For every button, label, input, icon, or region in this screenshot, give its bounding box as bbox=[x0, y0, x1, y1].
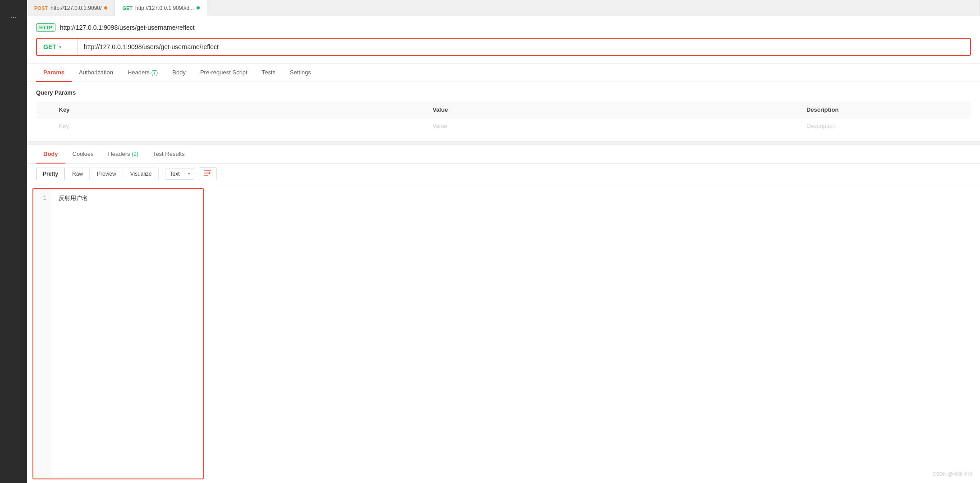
resp-tab-body[interactable]: Body bbox=[36, 145, 65, 164]
response-tabs: Body Cookies Headers (2) Test Results bbox=[27, 145, 980, 164]
response-body-inner: 1 反射用户名 bbox=[27, 184, 980, 483]
response-body-content[interactable]: 反射用户名 bbox=[51, 189, 95, 478]
response-body: 1 反射用户名 bbox=[27, 184, 980, 483]
tab-method-get: GET bbox=[122, 5, 133, 11]
format-pretty-button[interactable]: Pretty bbox=[36, 168, 65, 180]
col-key: Key bbox=[53, 102, 426, 118]
response-area: Body Cookies Headers (2) Test Results Pr… bbox=[27, 145, 980, 483]
sidebar: ··· bbox=[0, 0, 27, 483]
tab-dot-get bbox=[197, 6, 200, 9]
query-params-section: Query Params Key Value Description Key V… bbox=[27, 82, 980, 141]
tab-get[interactable]: GET http://127.0.0.1:9098/d... bbox=[115, 0, 207, 16]
tab-post[interactable]: POST http://127.0.0.1:9090/ bbox=[27, 0, 115, 16]
format-visualize-button[interactable]: Visualize bbox=[124, 168, 159, 180]
format-preview-button[interactable]: Preview bbox=[91, 168, 123, 180]
tab-url-post: http://127.0.0.1:9090/ bbox=[50, 5, 101, 11]
col-checkbox bbox=[37, 102, 53, 118]
response-toolbar: Pretty Raw Preview Visualize Text ▾ bbox=[27, 164, 980, 184]
app-container: ··· POST http://127.0.0.1:9090/ GET http… bbox=[0, 0, 980, 483]
section-divider bbox=[27, 141, 980, 145]
row-value-cell[interactable]: Value bbox=[426, 118, 800, 134]
footer-watermark: CSDN @增量星球 bbox=[933, 471, 973, 478]
text-select-chevron-icon[interactable]: ▾ bbox=[184, 171, 194, 176]
resp-tab-headers[interactable]: Headers (2) bbox=[101, 145, 145, 164]
method-label: GET bbox=[43, 43, 56, 50]
method-chevron-icon: ▾ bbox=[59, 45, 61, 50]
tab-authorization[interactable]: Authorization bbox=[72, 64, 120, 82]
line-numbers: 1 bbox=[33, 189, 51, 478]
request-url-title: http://127.0.0.1:9098/users/get-username… bbox=[60, 24, 195, 31]
text-select-label: Text bbox=[165, 169, 184, 179]
tab-method-post: POST bbox=[34, 5, 48, 11]
row-checkbox-cell bbox=[37, 118, 53, 134]
wrap-button[interactable] bbox=[199, 167, 217, 180]
tab-headers[interactable]: Headers (7) bbox=[120, 64, 165, 82]
sidebar-more-button[interactable]: ··· bbox=[6, 9, 20, 26]
tab-dot-post bbox=[104, 6, 107, 9]
row-key-cell[interactable]: Key bbox=[53, 118, 426, 134]
http-badge: HTTP bbox=[36, 23, 55, 32]
col-description: Description bbox=[800, 102, 971, 118]
resp-tab-test-results[interactable]: Test Results bbox=[146, 145, 192, 164]
response-body-box: 1 反射用户名 bbox=[32, 188, 204, 479]
tab-params[interactable]: Params bbox=[36, 64, 72, 82]
tab-tests[interactable]: Tests bbox=[255, 64, 283, 82]
url-input[interactable] bbox=[78, 39, 970, 55]
wrap-icon bbox=[204, 170, 212, 176]
tab-settings[interactable]: Settings bbox=[283, 64, 318, 82]
tab-spacer bbox=[207, 0, 980, 16]
col-value: Value bbox=[426, 102, 800, 118]
row-desc-cell[interactable]: Description bbox=[800, 118, 971, 134]
request-tabs: Params Authorization Headers (7) Body Pr… bbox=[27, 64, 980, 82]
text-select-wrapper: Text ▾ bbox=[165, 168, 194, 180]
params-table: Key Value Description Key Value Descript… bbox=[36, 101, 971, 134]
tab-body[interactable]: Body bbox=[165, 64, 193, 82]
table-row: Key Value Description bbox=[37, 118, 971, 134]
query-params-title: Query Params bbox=[36, 89, 971, 96]
url-bar: GET ▾ bbox=[36, 38, 971, 56]
resp-tab-cookies[interactable]: Cookies bbox=[65, 145, 101, 164]
format-raw-button[interactable]: Raw bbox=[66, 168, 90, 180]
main-content: POST http://127.0.0.1:9090/ GET http://1… bbox=[27, 0, 980, 483]
request-title-row: HTTP http://127.0.0.1:9098/users/get-use… bbox=[36, 23, 971, 32]
method-select[interactable]: GET ▾ bbox=[37, 39, 78, 55]
line-number-1: 1 bbox=[38, 194, 46, 203]
request-area: HTTP http://127.0.0.1:9098/users/get-use… bbox=[27, 16, 980, 64]
tab-pre-request-script[interactable]: Pre-request Script bbox=[193, 64, 255, 82]
tab-url-get: http://127.0.0.1:9098/d... bbox=[135, 5, 194, 11]
tab-bar: POST http://127.0.0.1:9090/ GET http://1… bbox=[27, 0, 980, 16]
